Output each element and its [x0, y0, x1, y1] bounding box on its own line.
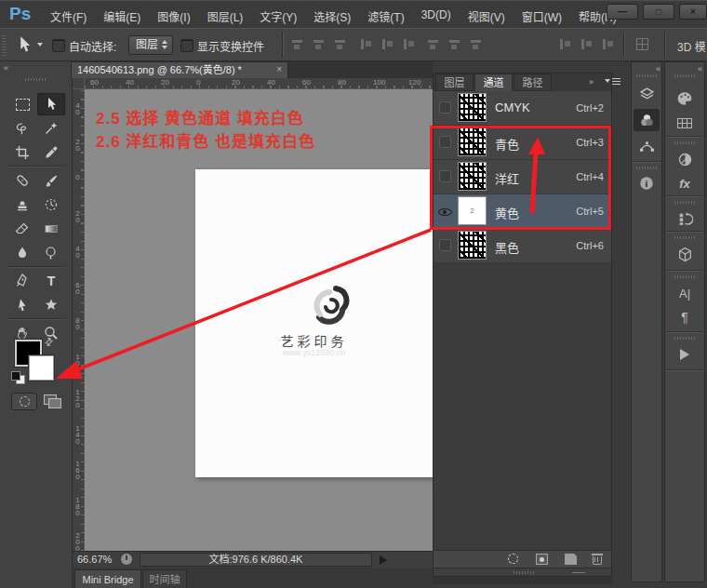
- move-tool[interactable]: [37, 93, 65, 115]
- align-right-icon[interactable]: [402, 38, 416, 50]
- maximize-button[interactable]: □: [643, 4, 674, 20]
- menu-view[interactable]: 视图(V): [468, 8, 505, 24]
- character-panel-icon[interactable]: A|: [665, 282, 704, 304]
- distribute-right-icon[interactable]: [601, 38, 615, 50]
- paragraph-panel-icon[interactable]: ¶: [665, 306, 704, 328]
- tab-mini-bridge[interactable]: Mini Bridge: [74, 569, 141, 588]
- canvas[interactable]: 艺彩印务 www.ys12580.cn: [85, 89, 433, 551]
- status-options-arrow-icon[interactable]: [380, 555, 387, 565]
- distribute-bottom-icon[interactable]: [470, 38, 484, 50]
- close-button[interactable]: ×: [679, 4, 707, 20]
- dodge-tool[interactable]: [37, 242, 65, 264]
- document-page[interactable]: 艺彩印务 www.ys12580.cn: [195, 169, 433, 477]
- visibility-toggle[interactable]: [439, 101, 451, 114]
- custom-shape-tool[interactable]: [37, 294, 65, 316]
- info-panel-icon[interactable]: i: [632, 172, 661, 194]
- new-channel-icon[interactable]: [565, 554, 577, 565]
- tab-timeline[interactable]: 时间轴: [142, 569, 187, 588]
- type-tool[interactable]: T: [37, 270, 65, 292]
- pen-tool[interactable]: [8, 270, 36, 292]
- align-top-icon[interactable]: [291, 38, 305, 50]
- clone-stamp-tool[interactable]: [8, 194, 36, 216]
- channel-row-cmyk[interactable]: CMYK Ctrl+2: [434, 91, 611, 126]
- healing-brush-tool[interactable]: [8, 169, 36, 192]
- collapse-dock-icon[interactable]: «: [698, 64, 700, 74]
- align-left-icon[interactable]: [359, 38, 373, 50]
- styles-panel-icon[interactable]: fx: [665, 172, 704, 194]
- channels-panel-icon[interactable]: [634, 109, 660, 131]
- swatches-panel-icon[interactable]: [665, 112, 704, 134]
- save-selection-icon[interactable]: [536, 554, 548, 565]
- dock-grip[interactable]: [674, 275, 695, 278]
- dock-grip[interactable]: [674, 236, 695, 239]
- magic-wand-tool[interactable]: [37, 117, 65, 140]
- zoom-level[interactable]: 66.67%: [77, 554, 112, 565]
- color-panel-icon[interactable]: [665, 87, 704, 110]
- distribute-hcenter-icon[interactable]: [580, 38, 594, 50]
- distribute-top-icon[interactable]: [427, 38, 441, 50]
- quick-mask-button[interactable]: [11, 393, 37, 410]
- path-selection-tool[interactable]: [8, 294, 36, 316]
- blur-tool[interactable]: [8, 242, 36, 264]
- menu-3d[interactable]: 3D(D): [421, 8, 451, 24]
- panel-menu-icon[interactable]: [605, 76, 621, 87]
- auto-select-checkbox[interactable]: [52, 39, 65, 52]
- options-bar-grip[interactable]: [2, 33, 7, 56]
- actions-panel-icon[interactable]: [665, 343, 704, 366]
- align-hcenter-icon[interactable]: [380, 38, 394, 50]
- panel-collapse-icon[interactable]: »: [589, 77, 592, 87]
- default-colors-icon[interactable]: [11, 371, 26, 384]
- tools-panel-grip[interactable]: [25, 78, 47, 81]
- load-selection-icon[interactable]: [508, 554, 518, 564]
- delete-channel-icon[interactable]: [593, 556, 602, 565]
- dock-grip[interactable]: [636, 167, 657, 169]
- collapse-tools-icon[interactable]: «: [4, 63, 7, 73]
- eyedropper-tool[interactable]: [37, 141, 65, 164]
- menu-image[interactable]: 图像(I): [157, 8, 190, 24]
- auto-align-icon[interactable]: [636, 38, 648, 50]
- lasso-tool[interactable]: [8, 117, 36, 140]
- menu-type[interactable]: 文字(Y): [260, 8, 297, 24]
- tab-close-icon[interactable]: ×: [276, 62, 282, 77]
- menu-window[interactable]: 窗口(W): [522, 8, 562, 24]
- dock-grip[interactable]: [674, 201, 695, 204]
- brush-tool[interactable]: [37, 169, 65, 192]
- align-vcenter-icon[interactable]: [313, 38, 327, 50]
- distribute-vcenter-icon[interactable]: [448, 38, 462, 50]
- crop-tool[interactable]: [8, 141, 36, 164]
- dock-grip[interactable]: [636, 74, 657, 77]
- menu-file[interactable]: 文件(F): [50, 8, 87, 24]
- adjustments-panel-icon[interactable]: [665, 148, 704, 170]
- menu-edit[interactable]: 编辑(E): [103, 8, 140, 24]
- history-panel-icon[interactable]: [665, 207, 704, 230]
- history-brush-tool[interactable]: [37, 194, 65, 216]
- tab-layers[interactable]: 图层: [435, 74, 474, 91]
- layers-panel-icon[interactable]: [632, 83, 661, 105]
- auto-select-dropdown[interactable]: 图层: [128, 35, 173, 55]
- document-tab[interactable]: × 1460540613.png @ 66.7%(黄色/8) *: [71, 61, 288, 78]
- menu-filter[interactable]: 滤镜(T): [367, 8, 404, 24]
- paths-panel-icon[interactable]: [632, 135, 661, 157]
- channel-row-black[interactable]: 黑色 Ctrl+6: [434, 229, 611, 263]
- dock-grip[interactable]: [674, 337, 695, 340]
- screen-mode-button[interactable]: [41, 393, 65, 408]
- menu-select[interactable]: 选择(S): [313, 8, 351, 24]
- show-transform-checkbox[interactable]: [180, 39, 193, 52]
- gradient-tool[interactable]: [37, 218, 65, 240]
- collapse-dock-icon[interactable]: «: [656, 64, 659, 74]
- eraser-tool[interactable]: [8, 218, 36, 240]
- minimize-button[interactable]: —: [607, 4, 638, 20]
- workspace-3d-label[interactable]: 3D 模: [677, 38, 706, 54]
- dock-grip[interactable]: [674, 74, 695, 77]
- distribute-left-icon[interactable]: [558, 38, 572, 50]
- dock-grip[interactable]: [674, 141, 695, 144]
- tool-preset-caret-icon[interactable]: [37, 43, 43, 47]
- rect-marquee-tool[interactable]: [8, 93, 36, 115]
- align-bottom-icon[interactable]: [334, 38, 348, 50]
- 3d-panel-icon[interactable]: [665, 243, 704, 265]
- menu-layer[interactable]: 图层(L): [207, 8, 244, 24]
- visibility-toggle[interactable]: [439, 239, 451, 251]
- tab-paths[interactable]: 路径: [514, 74, 552, 91]
- tab-channels[interactable]: 通道: [474, 74, 513, 91]
- background-color-swatch[interactable]: [29, 355, 54, 381]
